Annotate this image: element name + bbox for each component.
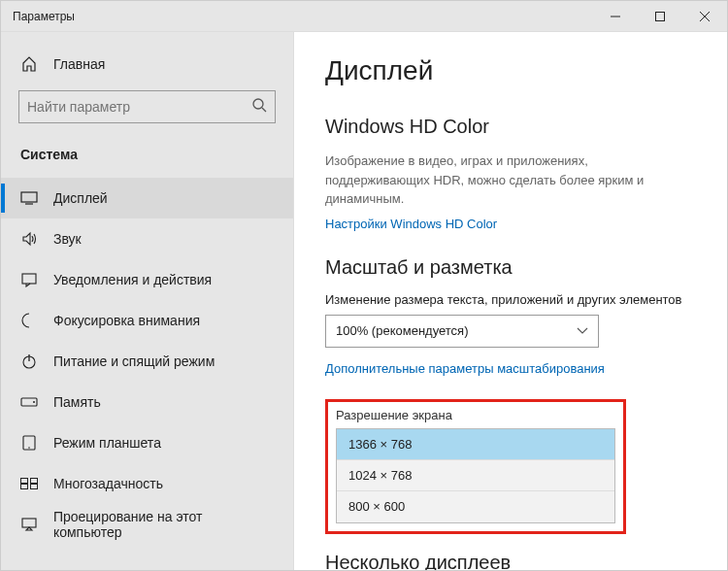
home-button[interactable]: Главная (1, 48, 293, 81)
resolution-highlight: Разрешение экрана 1366 × 768 1024 × 768 … (325, 399, 626, 534)
titlebar: Параметры (1, 1, 727, 32)
search-input[interactable] (18, 90, 276, 123)
storage-icon (20, 393, 38, 411)
sidebar-item-sound[interactable]: Звук (1, 218, 293, 259)
display-icon (20, 189, 38, 207)
home-label: Главная (53, 56, 105, 72)
sidebar-item-label: Звук (53, 231, 82, 247)
scale-advanced-link[interactable]: Дополнительные параметры масштабирования (325, 361, 605, 376)
hd-color-link[interactable]: Настройки Windows HD Color (325, 217, 497, 231)
sidebar-item-label: Память (53, 394, 101, 410)
sidebar-item-power[interactable]: Питание и спящий режим (1, 341, 293, 382)
sidebar-item-label: Уведомления и действия (53, 272, 212, 287)
sidebar: Главная Система Дисплей Звук Уведомления… (1, 32, 294, 570)
scale-dropdown[interactable]: 100% (рекомендуется) (325, 315, 599, 348)
resolution-option[interactable]: 1366 × 768 (337, 429, 614, 460)
chevron-down-icon (577, 323, 588, 338)
svg-rect-18 (31, 485, 38, 489)
resolution-label: Разрешение экрана (336, 408, 615, 422)
section-title: Система (1, 141, 293, 178)
sidebar-item-storage[interactable]: Память (1, 382, 293, 422)
svg-rect-1 (656, 12, 665, 20)
sidebar-item-label: Режим планшета (53, 435, 161, 451)
svg-rect-19 (22, 519, 36, 527)
search-icon (251, 97, 267, 117)
svg-rect-8 (22, 274, 36, 284)
resolution-options: 1366 × 768 1024 × 768 800 × 600 (336, 428, 615, 523)
svg-line-5 (262, 108, 266, 112)
maximize-button[interactable] (638, 1, 682, 32)
page-title: Дисплей (325, 55, 696, 86)
scale-value: 100% (рекомендуется) (336, 323, 468, 338)
resolution-option[interactable]: 1024 × 768 (337, 460, 614, 491)
sidebar-item-tablet[interactable]: Режим планшета (1, 422, 293, 463)
sidebar-item-label: Фокусировка внимания (53, 313, 200, 328)
focus-icon (20, 312, 38, 329)
home-icon (20, 55, 38, 73)
svg-rect-6 (21, 192, 37, 202)
sidebar-item-notifications[interactable]: Уведомления и действия (1, 259, 293, 300)
svg-point-14 (28, 447, 30, 449)
sidebar-item-focus[interactable]: Фокусировка внимания (1, 300, 293, 341)
multi-display-heading: Несколько дисплеев (325, 552, 696, 571)
svg-rect-16 (31, 479, 38, 484)
hd-color-desc: Изображение в видео, играх и приложениях… (325, 151, 696, 209)
svg-point-12 (33, 401, 35, 403)
svg-rect-15 (21, 479, 28, 484)
svg-point-4 (253, 99, 263, 109)
minimize-button[interactable] (593, 1, 638, 32)
notification-icon (20, 271, 38, 288)
tablet-icon (20, 434, 38, 452)
power-icon (20, 353, 38, 370)
scale-heading: Масштаб и разметка (325, 256, 696, 279)
close-button[interactable] (682, 1, 727, 32)
hd-color-heading: Windows HD Color (325, 116, 696, 138)
sidebar-item-multitask[interactable]: Многозадачность (1, 463, 293, 504)
resolution-option[interactable]: 800 × 600 (337, 491, 614, 522)
scale-label: Изменение размера текста, приложений и д… (325, 292, 696, 307)
sidebar-item-label: Питание и спящий режим (53, 353, 215, 369)
sidebar-item-label: Дисплей (53, 190, 108, 206)
main-panel: Дисплей Windows HD Color Изображение в в… (294, 32, 727, 570)
multitask-icon (20, 475, 38, 492)
window-title: Параметры (13, 10, 75, 23)
sidebar-item-display[interactable]: Дисплей (1, 178, 293, 218)
sound-icon (20, 230, 38, 248)
sidebar-item-label: Проецирование на этот компьютер (53, 509, 274, 540)
nav-list: Дисплей Звук Уведомления и действия Фоку… (1, 178, 293, 545)
sidebar-item-projecting[interactable]: Проецирование на этот компьютер (1, 504, 293, 545)
search-field[interactable] (27, 99, 251, 115)
sidebar-item-label: Многозадачность (53, 476, 163, 491)
svg-rect-17 (21, 485, 28, 489)
project-icon (20, 516, 38, 533)
